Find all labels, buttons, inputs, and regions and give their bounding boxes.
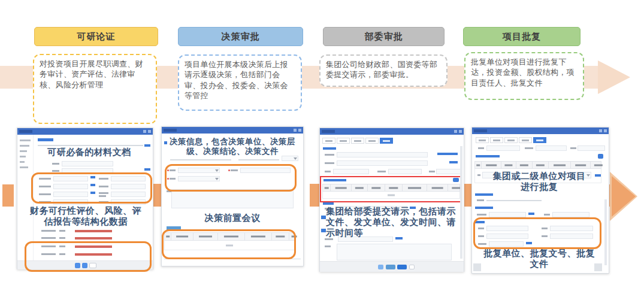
text-input[interactable] (62, 161, 113, 166)
table-empty-row (322, 192, 460, 199)
text-input[interactable] (550, 234, 593, 239)
field-label (325, 154, 334, 156)
attach-button[interactable] (321, 216, 326, 219)
approve-button[interactable] (397, 265, 407, 269)
attach-button[interactable] (321, 229, 326, 232)
window-title (474, 129, 487, 132)
text-input[interactable] (436, 169, 461, 174)
close-icon[interactable] (604, 129, 607, 132)
tab-item-active[interactable] (533, 137, 546, 143)
sidebar-menu-item[interactable] (20, 145, 29, 147)
add-row-button[interactable] (453, 178, 459, 182)
field-label (39, 178, 51, 180)
cancel-button[interactable] (409, 265, 415, 269)
form-divider (164, 259, 301, 259)
section-tab[interactable] (38, 138, 53, 141)
row-action-link[interactable] (595, 174, 601, 177)
form-divider (238, 159, 279, 160)
attach-link[interactable] (90, 184, 95, 186)
section-tab[interactable] (167, 226, 181, 230)
close-icon[interactable] (459, 130, 462, 133)
select-input[interactable] (178, 176, 220, 181)
text-input[interactable] (62, 168, 113, 174)
tab-item[interactable] (337, 138, 350, 144)
table-header-cell (193, 233, 218, 240)
field-label (99, 192, 108, 194)
flow-band-mid-start (2, 184, 14, 207)
expand-icon[interactable] (454, 130, 457, 133)
text-input[interactable] (111, 176, 146, 181)
select-input[interactable] (178, 168, 220, 173)
attach-link[interactable] (90, 192, 95, 194)
text-input[interactable] (489, 212, 526, 217)
view-link[interactable] (437, 153, 458, 155)
text-input[interactable] (53, 176, 88, 181)
section-label (476, 155, 500, 157)
text-input[interactable] (333, 169, 369, 174)
detail-link[interactable] (144, 168, 150, 171)
textarea-input[interactable] (171, 189, 294, 208)
text-input[interactable] (53, 199, 88, 205)
text-input[interactable] (486, 145, 520, 151)
tab-item[interactable] (476, 137, 489, 143)
tab-item[interactable] (504, 137, 518, 143)
text-input[interactable] (240, 168, 291, 173)
submit-button[interactable] (386, 265, 395, 269)
sidebar-menu-item[interactable] (20, 166, 28, 168)
text-input[interactable] (111, 199, 146, 205)
tab-item-active[interactable] (380, 138, 393, 144)
window-titlebar (472, 128, 609, 134)
field-label (41, 237, 56, 239)
sidebar-menu-item[interactable] (20, 150, 27, 152)
expand-icon[interactable] (599, 129, 602, 132)
field-label (377, 171, 386, 172)
text-input[interactable] (489, 241, 524, 247)
attach-link[interactable] (528, 213, 534, 215)
text-input[interactable] (53, 192, 88, 197)
pagination-next-button[interactable] (82, 263, 87, 268)
pagination-prev-button[interactable] (75, 263, 80, 268)
text-input[interactable] (486, 226, 528, 231)
section-label (323, 179, 346, 181)
text-input[interactable] (550, 226, 593, 231)
table-header (322, 184, 460, 192)
save-button[interactable] (378, 265, 383, 269)
close-icon[interactable] (298, 129, 301, 132)
sidebar-menu-item[interactable] (20, 156, 26, 157)
tab-item[interactable] (322, 138, 335, 144)
upload-link[interactable] (144, 144, 150, 147)
text-input[interactable] (536, 145, 567, 151)
scrollbar[interactable] (460, 146, 462, 259)
expand-icon[interactable] (294, 129, 297, 132)
text-input[interactable] (111, 192, 146, 197)
field-label (41, 230, 56, 232)
text-input[interactable] (486, 234, 528, 239)
attach-link[interactable] (526, 242, 532, 244)
tab-item[interactable] (365, 138, 379, 144)
text-input[interactable] (111, 184, 146, 189)
tab-item[interactable] (351, 138, 364, 144)
field-label (478, 147, 484, 149)
tab-item[interactable] (519, 137, 532, 143)
close-icon[interactable] (148, 130, 151, 133)
scrollbar[interactable] (604, 199, 607, 265)
table-header (164, 232, 295, 241)
tab-item[interactable] (490, 137, 503, 143)
expand-icon[interactable] (143, 130, 146, 133)
text-input[interactable] (578, 145, 605, 151)
text-input[interactable] (53, 184, 88, 189)
text-input[interactable] (388, 169, 422, 174)
add-row-button[interactable] (598, 154, 603, 159)
text-input[interactable] (337, 152, 428, 157)
sidebar-menu-item[interactable] (20, 161, 25, 163)
flow-arrow-mid (612, 176, 636, 217)
attach-link[interactable] (90, 176, 95, 178)
chevron-down-icon (294, 157, 297, 160)
sidebar-menu-item[interactable] (20, 140, 31, 141)
text-input[interactable] (552, 212, 589, 217)
view-link[interactable] (449, 161, 458, 163)
textarea-input[interactable] (337, 244, 452, 260)
text-input[interactable] (337, 160, 428, 166)
pagination-size-button[interactable] (89, 263, 96, 268)
table-header-cell (352, 184, 368, 191)
